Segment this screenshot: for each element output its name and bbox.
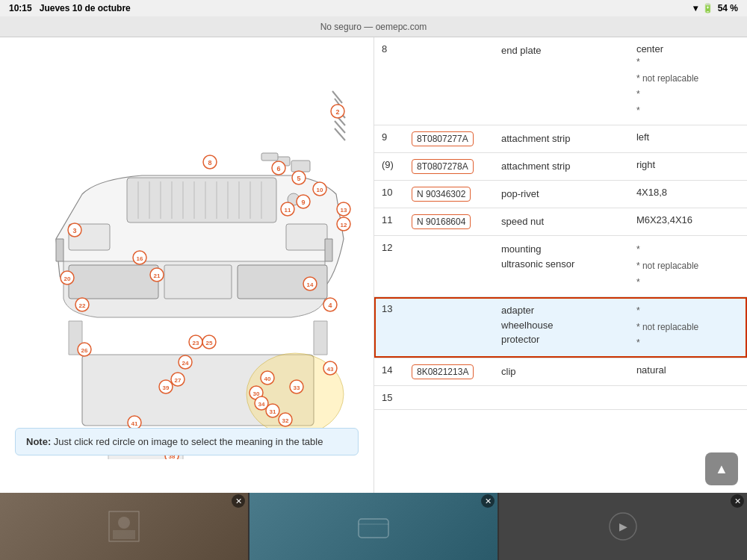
svg-text:▶: ▶ — [619, 520, 627, 532]
svg-text:43: 43 — [327, 366, 334, 373]
svg-text:11: 11 — [285, 207, 291, 214]
note-box: Note: Just click red circle on image to … — [15, 428, 359, 455]
part-description: attachment strip — [494, 125, 629, 153]
part-note: * not replacable — [636, 320, 740, 336]
status-bar: 10:15 Jueves 10 de octubre ▾ 🔋 54 % — [0, 0, 747, 16]
scroll-top-button[interactable] — [705, 452, 738, 485]
part-id: 8 — [374, 37, 404, 125]
svg-rect-15 — [69, 265, 158, 299]
part-spec: right — [629, 153, 747, 181]
diagram-panel: 2 3 4 5 6 8 9 10 11 — [0, 37, 374, 493]
thumbnail-2[interactable]: ✕ — [249, 493, 498, 560]
table-row[interactable]: 11N 90168604speed nutM6X23,4X16 — [374, 208, 747, 236]
part-note: * — [636, 303, 740, 320]
part-note: * — [636, 87, 740, 103]
table-row[interactable]: 10N 90346302pop-rivet4X18,8 — [374, 181, 747, 208]
car-diagram[interactable]: 2 3 4 5 6 8 9 10 11 — [7, 45, 366, 463]
table-row[interactable]: 12mounting ultrasonic sensor** not repla… — [374, 236, 747, 297]
part-description — [494, 385, 629, 409]
svg-text:31: 31 — [270, 408, 276, 415]
part-note: * not replacable — [636, 258, 740, 275]
part-number: N 90346302 — [404, 181, 494, 208]
svg-text:41: 41 — [131, 420, 138, 427]
part-number: 8T0807278A — [404, 153, 494, 181]
svg-text:3: 3 — [72, 227, 76, 234]
svg-rect-17 — [164, 265, 232, 299]
part-spec: natural — [629, 358, 747, 385]
svg-text:8: 8 — [208, 159, 211, 167]
thumbnail-3[interactable]: ▶ ✕ — [499, 493, 747, 560]
part-number — [404, 297, 494, 358]
note-text: Just click red circle on image to select… — [54, 436, 323, 447]
svg-text:33: 33 — [294, 385, 300, 391]
signal-icon: ▾ — [693, 3, 698, 13]
svg-point-100 — [118, 517, 130, 529]
table-row[interactable]: 8end platecenter** not replacable** — [374, 37, 747, 125]
svg-text:20: 20 — [64, 276, 71, 282]
svg-text:9: 9 — [301, 199, 305, 206]
part-id: 10 — [374, 181, 404, 208]
parts-table-panel[interactable]: 8end platecenter** not replacable**98T08… — [374, 37, 747, 493]
svg-text:39: 39 — [163, 385, 170, 391]
svg-text:27: 27 — [175, 377, 182, 384]
svg-text:32: 32 — [282, 417, 289, 424]
svg-rect-32 — [261, 153, 278, 161]
svg-text:2: 2 — [335, 108, 339, 116]
table-row[interactable]: (9)8T0807278Aattachment stripright — [374, 153, 747, 181]
part-id: 11 — [374, 208, 404, 236]
part-id: 12 — [374, 236, 404, 297]
battery-level: 54 % — [718, 3, 738, 13]
svg-text:23: 23 — [193, 340, 199, 346]
part-number-badge: 8T0807278A — [412, 159, 474, 174]
part-note: * not replacable — [636, 71, 740, 87]
svg-rect-101 — [113, 530, 135, 539]
part-id: 15 — [374, 385, 404, 409]
table-row[interactable]: 13adapter wheelhouse protector** not rep… — [374, 297, 747, 358]
part-number — [404, 37, 494, 125]
part-spec: center** not replacable** — [629, 37, 747, 125]
svg-text:10: 10 — [317, 187, 323, 193]
part-description: adapter wheelhouse protector — [494, 297, 629, 358]
part-description: clip — [494, 358, 629, 385]
part-number — [404, 236, 494, 297]
svg-text:30: 30 — [253, 391, 260, 397]
part-note: * — [636, 55, 740, 71]
thumbnail-close-1[interactable]: ✕ — [232, 494, 245, 508]
parts-table: 8end platecenter** not replacable**98T08… — [374, 37, 747, 410]
parts-diagram-svg: 2 3 4 5 6 8 9 10 11 — [7, 45, 366, 459]
thumbnail-1[interactable]: ✕ — [0, 493, 248, 560]
bottom-thumbnail-bar: ✕ ✕ ▶ ✕ — [0, 493, 747, 560]
status-date: Jueves 10 de octubre — [40, 3, 131, 13]
svg-text:6: 6 — [276, 165, 280, 172]
part-note: * — [636, 103, 740, 119]
svg-text:12: 12 — [341, 222, 347, 228]
part-id: (9) — [374, 153, 404, 181]
thumbnail-close-3[interactable]: ✕ — [731, 494, 744, 508]
part-note: * — [636, 275, 740, 291]
part-number — [404, 385, 494, 409]
part-number: 8T0807277A — [404, 125, 494, 153]
part-number-badge: 8K0821213A — [412, 364, 474, 379]
table-row[interactable]: 98T0807277Aattachment stripleft — [374, 125, 747, 153]
table-row[interactable]: 148K0821213Aclipnatural — [374, 358, 747, 385]
part-number: 8K0821213A — [404, 358, 494, 385]
part-description: pop-rivet — [494, 181, 629, 208]
part-description: mounting ultrasonic sensor — [494, 236, 629, 297]
part-description: attachment strip — [494, 153, 629, 181]
svg-text:26: 26 — [81, 347, 88, 354]
svg-text:21: 21 — [154, 273, 161, 279]
browser-bar: No seguro — oemepc.com — [0, 16, 747, 37]
thumbnail-close-2[interactable]: ✕ — [481, 494, 495, 508]
part-spec — [629, 385, 747, 409]
part-spec: ** not replacable* — [629, 236, 747, 297]
table-row[interactable]: 15 — [374, 385, 747, 409]
svg-text:4: 4 — [328, 302, 332, 309]
part-spec: M6X23,4X16 — [629, 208, 747, 236]
part-number-badge: 8T0807277A — [412, 131, 474, 146]
main-content: 2 3 4 5 6 8 9 10 11 — [0, 37, 747, 493]
wifi-icon: 🔋 — [702, 3, 713, 13]
svg-rect-14 — [286, 224, 327, 250]
part-description: end plate — [494, 37, 629, 125]
svg-text:22: 22 — [79, 302, 86, 309]
part-number-badge: N 90168604 — [412, 214, 471, 229]
